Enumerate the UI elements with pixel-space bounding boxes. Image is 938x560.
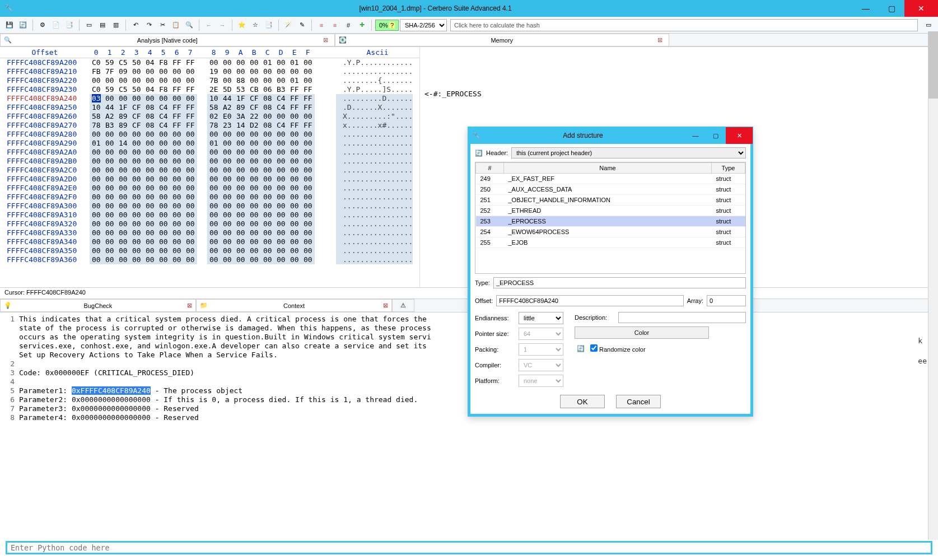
table-row[interactable]: 255_EJOBstruct xyxy=(476,237,745,248)
python-input[interactable] xyxy=(7,543,931,553)
compiler-select: VC xyxy=(519,359,563,371)
ok-button[interactable]: OK xyxy=(560,395,605,408)
dialog-maximize-button[interactable]: ▢ xyxy=(706,127,726,144)
window-icon[interactable]: ▭ xyxy=(83,19,95,31)
close-tab-icon[interactable]: ⊠ xyxy=(323,36,331,44)
layout-icon[interactable]: ▤ xyxy=(96,19,109,31)
cancel-button[interactable]: Cancel xyxy=(616,395,661,408)
wand-icon[interactable]: 🪄 xyxy=(282,19,295,31)
table-row[interactable]: 252_ETHREADstruct xyxy=(476,206,745,216)
table-row[interactable]: 249_EX_FAST_REFstruct xyxy=(476,174,745,184)
warning-icon: ⚠ xyxy=(400,302,406,309)
bars2-icon[interactable]: ≡ xyxy=(329,19,341,31)
folder-icon: 📁 xyxy=(200,302,208,309)
hex-row[interactable]: FFFFC408CF89A2C0000000000000000000000000… xyxy=(0,166,419,175)
hex-row[interactable]: FFFFC408CF89A350000000000000000000000000… xyxy=(0,246,419,255)
maximize-button[interactable]: ▢ xyxy=(879,0,904,17)
hex-row[interactable]: FFFFC408CF89A2B0000000000000000000000000… xyxy=(0,157,419,166)
bars1-icon[interactable]: ≡ xyxy=(315,19,328,31)
main-toolbar: 💾 🔄 ⚙ 📄 📑 ▭ ▤ ▥ ↶ ↷ ✂ 📋 🔍 ← → ⭐ ☆ 📑 🪄 ✎ … xyxy=(0,17,938,34)
tab-memory[interactable]: 💽 Memory ⊠ xyxy=(335,34,670,46)
close-tab-icon[interactable]: ⊠ xyxy=(383,302,388,309)
hex-row[interactable]: FFFFC408CF89A310000000000000000000000000… xyxy=(0,211,419,220)
gear-icon[interactable]: ⚙ xyxy=(36,19,49,31)
redo-icon[interactable]: ↷ xyxy=(143,19,155,31)
byte-columns: 0123456789ABCDEF xyxy=(90,48,335,57)
python-console[interactable] xyxy=(6,541,932,554)
hex-row[interactable]: FFFFC408CF89A22000000000000000007B008800… xyxy=(0,76,419,85)
bookmark-icon[interactable]: ☆ xyxy=(249,19,262,31)
doc-icon[interactable]: 📄 xyxy=(50,19,62,31)
dialog-close-button[interactable]: ✕ xyxy=(726,127,753,144)
hash-algo-select[interactable]: SHA-2/256 xyxy=(400,19,447,31)
hex-row[interactable]: FFFFC408CF89A2A0000000000000000000000000… xyxy=(0,148,419,157)
hex-row[interactable]: FFFFC408CF89A200C059C55004F8FFFF00000000… xyxy=(0,58,419,67)
warning-tab[interactable]: ⚠ xyxy=(392,299,414,312)
dialog-minimize-button[interactable]: — xyxy=(685,127,706,144)
vertical-scrollbar[interactable] xyxy=(928,31,938,540)
hex-row[interactable]: FFFFC408CF89A27078B389CF08C4FFFF782314D2… xyxy=(0,121,419,130)
view-tabs: 🔍 Analysis [Native code] ⊠ 💽 Memory ⊠ xyxy=(0,34,938,47)
find-icon[interactable]: 🔍 xyxy=(183,19,195,31)
refresh-color-icon[interactable]: 🔄 xyxy=(575,342,587,354)
hex-row[interactable]: FFFFC408CF89A280000000000000000000000000… xyxy=(0,130,419,139)
hex-row[interactable]: FFFFC408CF89A320000000000000000000000000… xyxy=(0,220,419,228)
pencil-icon[interactable]: ✎ xyxy=(296,19,308,31)
hex-row[interactable]: FFFFC408CF89A2D0000000000000000000000000… xyxy=(0,175,419,184)
structure-table[interactable]: # Name Type 249_EX_FAST_REFstruct250_AUX… xyxy=(475,162,746,274)
table-row[interactable]: 250_AUX_ACCESS_DATAstruct xyxy=(476,184,745,195)
table-row[interactable]: 253_EPROCESSstruct xyxy=(476,216,745,227)
table-row[interactable]: 251_OBJECT_HANDLE_INFORMATIONstruct xyxy=(476,195,745,206)
save-icon[interactable]: 💾 xyxy=(3,19,16,31)
close-tab-icon[interactable]: ⊠ xyxy=(657,36,665,44)
back-icon[interactable]: ← xyxy=(203,19,215,31)
hex-row[interactable]: FFFFC408CF89A290010014000000000001000000… xyxy=(0,139,419,148)
hex-viewer[interactable]: Offset 0123456789ABCDEF Ascii FFFFC408CF… xyxy=(0,47,420,287)
refresh-icon[interactable]: 🔄 xyxy=(475,150,483,157)
color-button[interactable]: Color xyxy=(575,326,709,339)
hex-row[interactable]: FFFFC408CF89A240030000000000000010441FCF… xyxy=(0,94,419,103)
hash-output[interactable]: Click here to calculate the hash xyxy=(450,19,918,31)
docs-icon[interactable]: 📑 xyxy=(63,19,76,31)
undo-icon[interactable]: ↶ xyxy=(129,19,142,31)
hex-row[interactable]: FFFFC408CF89A360000000000000000000000000… xyxy=(0,255,419,264)
hex-row[interactable]: FFFFC408CF89A2F0000000000000000000000000… xyxy=(0,193,419,202)
minimize-button[interactable]: — xyxy=(853,0,879,17)
hex-row[interactable]: FFFFC408CF89A340000000000000000000000000… xyxy=(0,237,419,246)
close-tab-icon[interactable]: ⊠ xyxy=(187,302,192,309)
forward-icon[interactable]: → xyxy=(216,19,228,31)
type-input[interactable] xyxy=(493,277,746,288)
hex-row[interactable]: FFFFC408CF89A230C059C55004F8FFFF2E5D53CB… xyxy=(0,85,419,94)
hex-row[interactable]: FFFFC408CF89A330000000000000000000000000… xyxy=(0,228,419,237)
endianness-select[interactable]: little xyxy=(519,312,563,324)
offset-input[interactable] xyxy=(496,295,683,306)
tab-context[interactable]: 📁 Context ⊠ xyxy=(196,299,392,312)
offset-header: Offset xyxy=(0,48,90,57)
bookmark-add-icon[interactable]: ⭐ xyxy=(236,19,248,31)
hex-row[interactable]: FFFFC408CF89A26058A289CF08C4FFFF02E03A22… xyxy=(0,112,419,121)
hex-row[interactable]: FFFFC408CF89A25010441FCF08C4FFFF58A289CF… xyxy=(0,103,419,112)
reload-icon[interactable]: 🔄 xyxy=(17,19,29,31)
hash-icon[interactable]: # xyxy=(342,19,354,31)
header-select[interactable]: this (current project header) xyxy=(511,147,746,158)
dialog-icon: 🔧 xyxy=(473,132,480,139)
tile-icon[interactable]: ▥ xyxy=(110,19,122,31)
hex-row[interactable]: FFFFC408CF89A2E0000000000000000000000000… xyxy=(0,184,419,193)
table-row[interactable]: 254_EWOW64PROCESSstruct xyxy=(476,227,745,237)
randomize-checkbox[interactable] xyxy=(590,344,598,352)
array-input[interactable] xyxy=(707,295,746,306)
plus-icon[interactable]: ✚ xyxy=(356,19,368,31)
main-titlebar: 🔧 [win10_2004_1.dmp] - Cerbero Suite Adv… xyxy=(0,0,938,17)
bookmarks-icon[interactable]: 📑 xyxy=(263,19,275,31)
copy-icon[interactable]: 📋 xyxy=(170,19,182,31)
description-input[interactable] xyxy=(618,312,746,323)
hex-row[interactable]: FFFFC408CF89A300000000000000000000000000… xyxy=(0,202,419,211)
cut-icon[interactable]: ✂ xyxy=(156,19,169,31)
tab-analysis[interactable]: 🔍 Analysis [Native code] ⊠ xyxy=(0,34,335,46)
side-truncated-text: k ee xyxy=(918,336,927,366)
panel-toggle-icon[interactable]: ▭ xyxy=(922,19,935,31)
close-button[interactable]: ✕ xyxy=(904,0,938,17)
hex-row[interactable]: FFFFC408CF89A210FB7F09000000000019000000… xyxy=(0,67,419,76)
bulb-icon: 💡 xyxy=(4,302,12,309)
tab-bugcheck[interactable]: 💡 BugCheck ⊠ xyxy=(0,299,196,312)
